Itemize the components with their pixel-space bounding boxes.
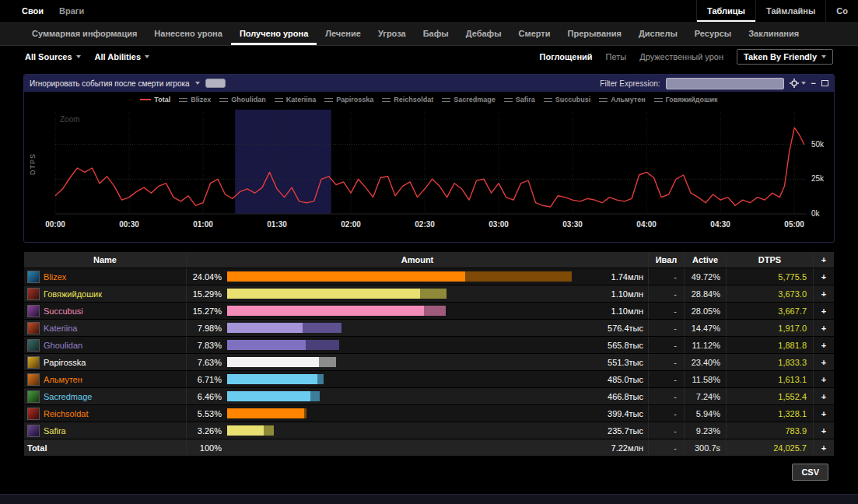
view-link-absorbs[interactable]: Поглощений: [540, 52, 593, 61]
legend-label: Reichsoldat: [394, 96, 433, 103]
legend-label: Papirosska: [336, 96, 373, 103]
expand-row-button[interactable]: +: [813, 320, 834, 336]
legend-item[interactable]: Kateriina: [275, 96, 317, 103]
topbar-tab-timelines[interactable]: Таймлайны: [755, 0, 825, 22]
ignore-deaths-toggle[interactable]: [205, 79, 226, 88]
legend-item[interactable]: Альмутен: [599, 96, 645, 103]
legend-swatch-icon: [654, 98, 663, 102]
table-row[interactable]: Говяжийдошик15.29%1.10млн-28.84%3,673.0+: [24, 285, 834, 303]
table-row[interactable]: Succubusi15.27%1.10млн-28.05%3,667.7+: [24, 303, 834, 320]
player-name[interactable]: Говяжийдошик: [44, 289, 102, 299]
expand-row-button[interactable]: +: [813, 337, 834, 353]
maximize-panel-button[interactable]: [821, 80, 828, 86]
tab-deaths[interactable]: Смерти: [510, 22, 559, 45]
ival-cell: -: [648, 405, 684, 422]
expand-row-button[interactable]: +: [813, 285, 834, 302]
column-header-dtps[interactable]: DTPS: [726, 252, 813, 268]
column-header-amount[interactable]: Amount: [186, 252, 648, 268]
tab-damage-done[interactable]: Нанесено урона: [145, 22, 231, 45]
legend-label: Blizex: [191, 96, 211, 103]
csv-export-button[interactable]: CSV: [792, 464, 828, 481]
topbar-tab-tables[interactable]: Таблицы: [696, 0, 755, 22]
taken-by-dropdown[interactable]: Taken By Friendly: [737, 49, 833, 65]
table-row[interactable]: Blizex24.04%1.74млн-49.72%5,775.5+: [24, 268, 834, 285]
legend-item[interactable]: Sacredmage: [442, 96, 496, 103]
tab-damage-taken[interactable]: Получено урона: [231, 22, 317, 45]
minimize-panel-button[interactable]: −: [811, 79, 816, 87]
player-name[interactable]: Kateriina: [44, 324, 77, 333]
player-name[interactable]: Papirosska: [44, 358, 86, 367]
column-header-ивал[interactable]: Ивал: [648, 252, 684, 268]
table-row[interactable]: Альмутен6.71%485.0тыс-11.58%1,613.1+: [24, 371, 834, 388]
tab-threat[interactable]: Угроза: [369, 22, 415, 45]
table-row[interactable]: Papirosska7.63%551.3тыс-23.40%1,833.3+: [24, 354, 834, 371]
absorbed-segment: [420, 289, 447, 299]
legend-item[interactable]: Total: [140, 96, 170, 103]
column-header--[interactable]: +: [813, 252, 834, 268]
tab-interrupts[interactable]: Прерывания: [559, 22, 630, 45]
filter-expression-input[interactable]: [666, 78, 784, 89]
legend-item[interactable]: Reichsoldat: [382, 96, 433, 103]
legend-item[interactable]: Blizex: [179, 96, 211, 103]
expand-row-button[interactable]: +: [813, 268, 834, 285]
legend-item[interactable]: Говяжийдошик: [654, 96, 718, 103]
table-row[interactable]: Safira3.26%235.7тыс-9.23%783.9+: [24, 422, 834, 439]
player-name[interactable]: Ghoulidan: [44, 341, 82, 350]
player-name[interactable]: Succubusi: [44, 306, 83, 316]
legend-label: Succubusi: [555, 96, 591, 103]
total-dtps-line: [55, 128, 804, 207]
filter-bar: All Sources All Abilities ПоглощенийПеты…: [0, 46, 858, 68]
dtps-cell: 24,025.7: [726, 439, 813, 456]
legend-item[interactable]: Succubusi: [544, 96, 591, 103]
tab-buffs[interactable]: Бафы: [415, 22, 457, 45]
active-cell: 300.7s: [684, 439, 726, 456]
expand-row-button[interactable]: +: [813, 388, 834, 404]
amount-value: 1.10млн: [572, 289, 643, 299]
player-name[interactable]: Sacredmage: [44, 392, 92, 401]
topbar-tab-enemies[interactable]: Враги: [59, 6, 84, 16]
table-row[interactable]: Ghoulidan7.83%565.8тыс-11.12%1,881.8+: [24, 337, 834, 354]
player-name[interactable]: Reichsoldat: [44, 409, 88, 418]
legend-item[interactable]: Ghoulidan: [219, 96, 266, 103]
expand-row-button[interactable]: +: [813, 303, 834, 319]
tab-casts[interactable]: Заклинания: [740, 22, 807, 45]
topbar-tab-events[interactable]: Со: [825, 0, 858, 22]
abilities-dropdown[interactable]: All Abilities: [95, 52, 150, 61]
column-header-name[interactable]: Name: [24, 252, 186, 268]
expand-row-button[interactable]: +: [813, 422, 834, 439]
table-row[interactable]: Kateriina7.98%576.4тыс-14.47%1,917.0+: [24, 320, 834, 337]
legend-item[interactable]: Safira: [504, 96, 535, 103]
name-cell: Blizex: [24, 268, 186, 285]
percent-value: 7.83%: [187, 341, 227, 350]
dtps-cell: 783.9: [726, 422, 813, 439]
dtps-chart[interactable]: 00:0000:3001:0001:3002:0002:3003:0003:30…: [24, 105, 834, 239]
chart-settings-button[interactable]: [790, 79, 806, 88]
ival-cell: -: [648, 285, 684, 302]
expand-row-button[interactable]: +: [813, 405, 834, 422]
class-icon: [27, 425, 40, 437]
table-row[interactable]: Reichsoldat5.53%399.4тыс-5.94%1,328.1+: [24, 405, 834, 422]
amount-bar-track: [227, 374, 572, 384]
expand-row-button[interactable]: +: [813, 354, 834, 370]
topbar-tab-friendlies[interactable]: Свои: [22, 6, 44, 16]
player-name[interactable]: Альмутен: [44, 375, 82, 384]
percent-value: 100%: [187, 443, 227, 453]
chevron-down-icon: [145, 55, 149, 58]
tab-debuffs[interactable]: Дебафы: [457, 22, 510, 45]
view-link-friendly-fire[interactable]: Дружественный урон: [639, 52, 723, 61]
active-cell: 9.23%: [684, 422, 726, 439]
chart-panel-header: Игнорировать события после смерти игрока…: [24, 75, 834, 92]
tab-healing[interactable]: Лечение: [317, 22, 369, 45]
player-name[interactable]: Blizex: [44, 272, 66, 282]
legend-item[interactable]: Papirosska: [324, 96, 373, 103]
sources-dropdown[interactable]: All Sources: [25, 52, 81, 61]
expand-row-button[interactable]: +: [813, 439, 834, 456]
tab-dispels[interactable]: Диспелы: [630, 22, 686, 45]
view-link-pets[interactable]: Петы: [606, 52, 627, 61]
column-header-active[interactable]: Active: [684, 252, 726, 268]
expand-row-button[interactable]: +: [813, 371, 834, 387]
tab-summary[interactable]: Суммарная информация: [23, 22, 145, 45]
player-name[interactable]: Safira: [44, 426, 66, 436]
table-row[interactable]: Sacredmage6.46%466.8тыс-7.24%1,552.4+: [24, 388, 834, 405]
tab-resources[interactable]: Ресурсы: [686, 22, 740, 45]
